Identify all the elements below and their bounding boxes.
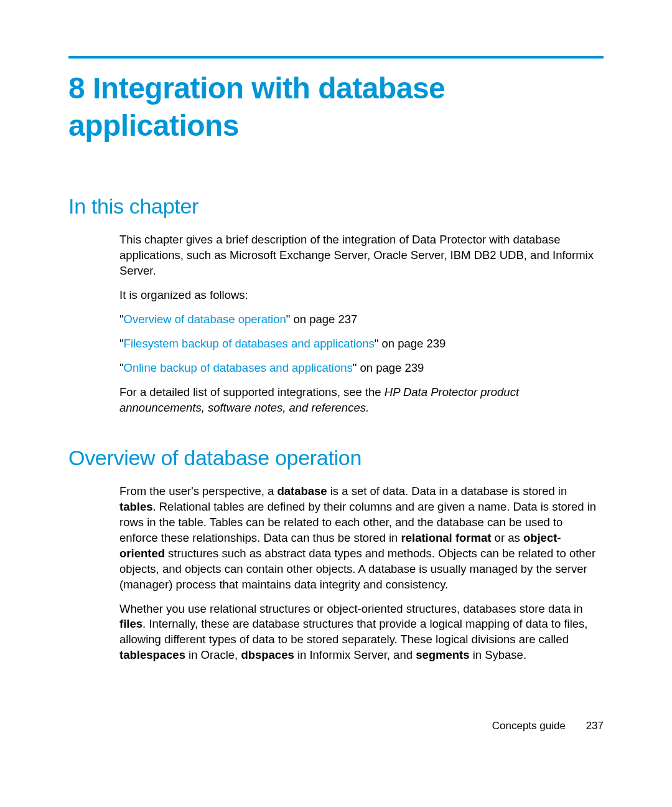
paragraph: For a detailed list of supported integra… <box>119 385 604 416</box>
bold-text: dbspaces <box>241 648 294 661</box>
section-body-in-this-chapter: This chapter gives a brief description o… <box>119 232 604 416</box>
text: is a set of data. Data in a database is … <box>327 484 567 498</box>
bold-text: relational format <box>401 531 492 544</box>
bold-text: segments <box>416 648 469 661</box>
text: structures such as abstract data types a… <box>119 547 595 591</box>
paragraph: This chapter gives a brief description o… <box>119 232 604 279</box>
section-body-overview: From the user's perspective, a database … <box>119 484 604 664</box>
paragraph: From the user's perspective, a database … <box>119 484 604 593</box>
text: in Sybase. <box>470 648 527 661</box>
toc-line: "Online backup of databases and applicat… <box>119 361 604 376</box>
text: in Oracle, <box>185 648 241 661</box>
page-number: 237 <box>586 720 604 732</box>
document-page: 8 Integration with database applications… <box>0 0 672 730</box>
toc-suffix: " on page 239 <box>353 361 424 374</box>
link-online-backup[interactable]: Online backup of databases and applicati… <box>124 361 353 374</box>
text: Whether you use relational structures or… <box>119 602 583 615</box>
section-heading-overview: Overview of database operation <box>68 446 604 470</box>
paragraph: It is organized as follows: <box>119 288 604 303</box>
toc-line: "Overview of database operation" on page… <box>119 312 604 328</box>
toc-suffix: " on page 237 <box>286 313 358 326</box>
text: . Internally, these are database structu… <box>119 617 587 646</box>
text: or as <box>491 531 523 544</box>
text: From the user's perspective, a <box>119 484 277 498</box>
text: For a detailed list of supported integra… <box>119 385 385 399</box>
paragraph: Whether you use relational structures or… <box>119 602 604 664</box>
link-overview[interactable]: Overview of database operation <box>124 313 286 326</box>
link-filesystem-backup[interactable]: Filesystem backup of databases and appli… <box>124 337 375 350</box>
bold-text: files <box>119 617 142 630</box>
toc-line: "Filesystem backup of databases and appl… <box>119 336 604 352</box>
section-heading-in-this-chapter: In this chapter <box>68 194 604 219</box>
text: in Informix Server, and <box>294 648 416 661</box>
bold-text: tablespaces <box>119 648 185 661</box>
footer-label: Concepts guide <box>492 720 566 732</box>
bold-text: database <box>277 484 327 498</box>
top-rule <box>68 56 604 59</box>
toc-suffix: " on page 239 <box>375 337 446 350</box>
page-footer: Concepts guide 237 <box>492 720 604 732</box>
bold-text: tables <box>119 500 152 513</box>
chapter-title: 8 Integration with database applications <box>68 70 604 144</box>
